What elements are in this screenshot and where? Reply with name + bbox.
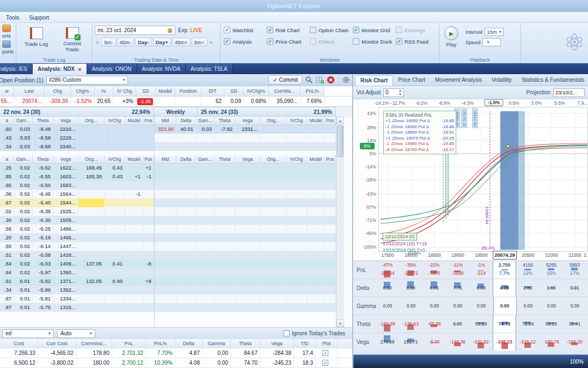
gear-icon[interactable] xyxy=(342,76,350,84)
chevron-double-right-icon[interactable]: » xyxy=(209,39,214,45)
window-toggle-rss-feed[interactable]: ✓RSS Feed xyxy=(395,36,437,47)
chain-row[interactable]: .840.02-6.031409...137.050.41-8 xyxy=(0,260,154,268)
chain-row[interactable]: .340.03-8.682240... xyxy=(0,142,154,151)
chain-row[interactable]: .430.03-8.582229... xyxy=(0,134,154,142)
risk-tab-movement-analysis[interactable]: Movement Analysis xyxy=(430,75,487,86)
tab-analysis-ndx[interactable]: Analysis: NDX× xyxy=(33,64,87,74)
window-toggle-watchlist[interactable]: ✓Watchlist xyxy=(223,25,265,35)
tab-analysis-onon[interactable]: Analysis: ONON xyxy=(87,64,137,74)
window-toggle-monitor-dock[interactable]: Monitor Dock xyxy=(352,36,394,47)
window-toggle-price-chart[interactable]: ✓Price Chart xyxy=(266,36,308,47)
menu-support[interactable]: Support xyxy=(24,13,54,22)
nav-45m[interactable]: 45m+ xyxy=(172,38,191,46)
risk-tab-risk-chart[interactable]: Risk Chart xyxy=(355,75,393,86)
tab-close-icon[interactable]: × xyxy=(78,66,81,73)
ignore-todays-trades-checkbox[interactable]: Ignore Today's Trades xyxy=(284,330,351,336)
risk-chart[interactable]: 8% 3,581.33 Realized PnL +122nov. 18950 … xyxy=(353,99,588,261)
chain-row[interactable]: .840.02-5.971390... xyxy=(0,268,154,277)
export-grid-icon[interactable] xyxy=(316,76,324,84)
expiry-header-25nov[interactable]: 25 nov. 24 (33) 21.99% xyxy=(198,107,336,117)
nav-5m[interactable]: 5m+ xyxy=(192,38,207,46)
interval-select[interactable]: 15m▾ xyxy=(485,28,504,36)
nav-5m[interactable]: 5m- xyxy=(101,38,115,46)
calendar-icon[interactable]: ▦ xyxy=(168,27,173,33)
window-toggle-risk-chart[interactable]: ✓Risk Chart xyxy=(266,25,308,35)
window-toggle-option-chain[interactable]: Option Chain xyxy=(309,25,351,35)
nav-day[interactable]: Day+ xyxy=(153,38,171,46)
chain-row[interactable] xyxy=(155,286,336,294)
chain-row[interactable]: .870.01-5.811334... xyxy=(0,294,154,303)
chain-row[interactable] xyxy=(155,172,336,181)
chain-row[interactable]: .250.02-6.621622...168.450.43+1 xyxy=(0,164,154,172)
menu-tools[interactable]: Tools xyxy=(1,13,24,22)
commit-trade-button[interactable]: ✓ Commit Trade xyxy=(56,25,89,53)
chain-row[interactable] xyxy=(155,303,336,312)
window-toggle-analysis[interactable]: ✓Analysis xyxy=(223,36,265,47)
chain-row[interactable]: .060.02-6.451564...-1 xyxy=(0,190,154,198)
trading-date-input[interactable]: mi. 23 oct. 2024 ▦ xyxy=(95,26,175,35)
chain-row[interactable]: .340.01-5.861352... xyxy=(0,286,154,294)
commit-button[interactable]: ✓ Commit xyxy=(268,75,302,85)
expiry-header-22nov[interactable]: 22 nov. 24 (30) 22.94% xyxy=(0,107,154,117)
chain-row[interactable] xyxy=(155,198,336,207)
speed-select[interactable]: ▾ xyxy=(482,38,501,46)
chain-row[interactable] xyxy=(155,216,336,225)
search-icon[interactable] xyxy=(305,76,313,84)
trades-view-select[interactable]: ed ▾ xyxy=(2,329,54,338)
trade-log-button[interactable]: Trade Log xyxy=(20,25,53,53)
chain-row[interactable] xyxy=(155,251,336,260)
tab-analysis-nvda[interactable]: Analysis: NVDA xyxy=(137,64,186,74)
plot-checkbox[interactable]: ✓ xyxy=(322,350,328,356)
chain-row[interactable]: .510.01-5.921371...132.050.40+8 xyxy=(0,277,154,286)
chain-row[interactable] xyxy=(155,268,336,277)
chain-row[interactable]: .560.02-6.251486... xyxy=(0,225,154,233)
scroll-up-icon[interactable]: ▲ xyxy=(336,117,344,124)
table-row[interactable]: 7,266.33-4,565.02178.802,701.327.70%4.87… xyxy=(0,348,353,358)
chain-row[interactable] xyxy=(155,207,336,216)
auto-select[interactable]: Auto ▾ xyxy=(57,329,95,338)
chain-scrollbar[interactable]: ▲ ▼ xyxy=(336,117,344,327)
chain-row[interactable]: .870.01-5.751315... xyxy=(0,303,154,312)
risk-tab-statistics-fundamentals[interactable]: Statistics & Fundamentals xyxy=(517,75,588,86)
chain-row[interactable] xyxy=(155,142,336,151)
chain-row[interactable]: .850.02-6.551603...165.300.43+1-1 xyxy=(0,172,154,181)
chain-row[interactable] xyxy=(155,225,336,233)
chain-row[interactable] xyxy=(155,233,336,242)
scroll-thumb[interactable] xyxy=(337,125,344,157)
window-toggle-monitor-grid[interactable]: ✓Monitor Grid xyxy=(352,25,394,35)
plot-checkbox[interactable]: ✓ xyxy=(322,360,328,366)
chain-row[interactable]: .020.02-6.351525... xyxy=(0,207,154,216)
play-button[interactable]: ▶ xyxy=(444,26,458,40)
reports-button[interactable]: orts xyxy=(2,25,16,39)
reports-button[interactable]: ports xyxy=(2,40,16,55)
chain-row[interactable] xyxy=(155,164,336,172)
chevron-double-left-icon[interactable]: « xyxy=(95,39,100,45)
chain-row[interactable] xyxy=(155,181,336,190)
table-row[interactable]: 6,500.12-3,800.02180.002,700.1210.39%4.0… xyxy=(0,358,353,368)
vol-adjust-spinner[interactable]: 0 ▲▼ xyxy=(383,88,404,97)
risk-tab-price-chart[interactable]: Price Chart xyxy=(393,75,430,86)
nav-day[interactable]: Day- xyxy=(135,38,152,46)
chain-row[interactable]: .550.02-6.141447... xyxy=(0,242,154,251)
chain-row[interactable]: .510.02-6.081428... xyxy=(0,251,154,260)
chain-row[interactable] xyxy=(155,242,336,251)
chain-row[interactable]: .200.02-6.191466... xyxy=(0,233,154,242)
exp-label[interactable]: Exp xyxy=(178,27,187,33)
close-position-icon[interactable] xyxy=(327,76,335,84)
spinner-arrows-icon[interactable]: ▲▼ xyxy=(399,89,402,96)
chain-row[interactable]: 323.0040.010.03-7.922331... xyxy=(155,125,336,134)
chain-row[interactable] xyxy=(155,294,336,303)
chain-row[interactable]: .600.03-8.482216... xyxy=(0,125,154,134)
chain-row[interactable]: .650.02-6.501583... xyxy=(0,181,154,190)
risk-tab-volatility[interactable]: Volatility xyxy=(487,75,517,86)
tab-analysis-tsla[interactable]: Analysis: TSLA xyxy=(186,64,233,74)
chain-row[interactable] xyxy=(155,260,336,268)
scroll-down-icon[interactable]: ▼ xyxy=(336,319,344,327)
projection-date-input[interactable]: 23/10/2... xyxy=(553,88,585,97)
chain-row[interactable] xyxy=(155,277,336,286)
chain-row[interactable]: .670.02-6.401544... xyxy=(0,198,154,207)
chain-row[interactable] xyxy=(155,134,336,142)
nav-45m[interactable]: 45m- xyxy=(117,38,134,46)
chain-row[interactable] xyxy=(155,190,336,198)
position-selector[interactable]: #286 Custom ▾ xyxy=(46,76,128,85)
